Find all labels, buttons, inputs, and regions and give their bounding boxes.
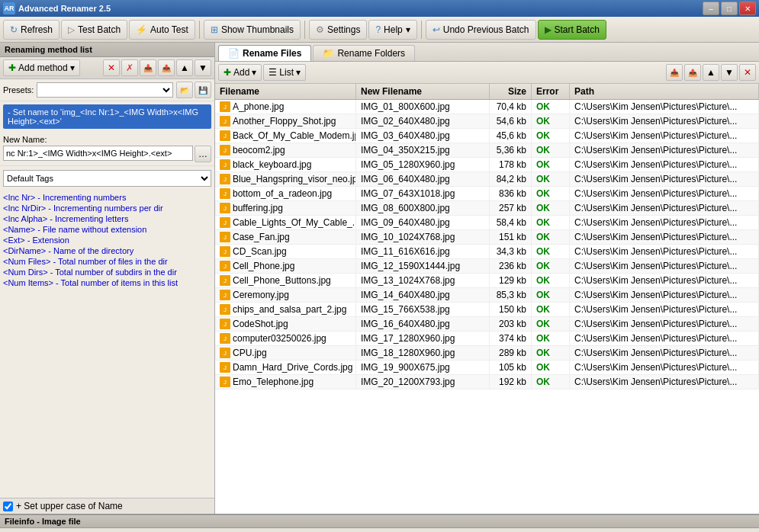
modifier-checkbox[interactable] [3, 502, 13, 511]
col-error: OK [532, 346, 570, 360]
add-files-icon: ✚ [224, 67, 231, 78]
col-filename: J CodeShot.jpg [215, 317, 356, 331]
col-path: C:\Users\Kim Jensen\Pictures\Picture\... [570, 303, 759, 316]
tag-item[interactable]: <Inc Alpha> - Incrementing letters [3, 213, 211, 224]
refresh-button[interactable]: ↻ Refresh [3, 20, 59, 40]
table-row[interactable]: J Another_Floppy_Shot.jpg IMG_02_640X480… [215, 114, 759, 129]
col-newname: IMG_15_766X538.jpg [356, 303, 490, 316]
test-batch-button[interactable]: ▷ Test Batch [61, 20, 127, 40]
col-error: OK [532, 201, 570, 215]
move-down-button[interactable]: ▼ [195, 59, 211, 76]
list-label: List [279, 67, 294, 78]
tag-item[interactable]: <Name> - File name without extension [3, 224, 211, 235]
tag-item[interactable]: <Num Files> - Total number of files in t… [3, 256, 211, 267]
col-path: C:\Users\Kim Jensen\Pictures\Picture\... [570, 158, 759, 171]
tags-select[interactable]: Default Tags [3, 170, 211, 187]
rename-folders-icon: 📁 [323, 48, 334, 59]
table-row[interactable]: J Cable_Lights_Of_My_Cable_... IMG_09_64… [215, 216, 759, 230]
maximize-button[interactable]: □ [721, 2, 738, 15]
tag-item[interactable]: <Ext> - Extension [3, 235, 211, 245]
col-path: C:\Users\Kim Jensen\Pictures\Picture\... [570, 100, 759, 114]
tag-item[interactable]: <Inc NrDir> - Incrementing numbers per d… [3, 203, 211, 213]
table-row[interactable]: J Emo_Telephone.jpg IMG_20_1200X793.jpg … [215, 375, 759, 389]
col-filename: J Back_Of_My_Cable_Modem.jpg [215, 129, 356, 143]
col-path: C:\Users\Kim Jensen\Pictures\Picture\... [570, 317, 759, 331]
settings-button[interactable]: ⚙ Settings [309, 20, 367, 40]
add-method-button[interactable]: ✚ Add method ▾ [3, 59, 80, 76]
col-size: 192 kb [490, 375, 532, 389]
move-files-down-button[interactable]: ▼ [721, 64, 738, 81]
add-files-button[interactable]: ✚ Add ▾ [218, 64, 262, 81]
move-up-button[interactable]: ▲ [176, 59, 193, 76]
right-panel: 📄 Rename Files 📁 Rename Folders ✚ Add ▾ … [215, 43, 759, 514]
tag-item[interactable]: <Inc Nr> - Incrementing numbers [3, 192, 211, 203]
start-batch-icon: ▶ [545, 24, 552, 35]
new-name-browse-button[interactable]: … [195, 146, 211, 162]
list-button[interactable]: ☰ List ▾ [263, 64, 306, 81]
auto-test-button[interactable]: ⚡ Auto Test [129, 20, 195, 40]
table-row[interactable]: J Cell_Phone.jpg IMG_12_1590X1444.jpg 23… [215, 259, 759, 274]
tag-item[interactable]: <Num Items> - Total number of items in t… [3, 277, 211, 288]
table-row[interactable]: J Cell_Phone_Buttons.jpg IMG_13_1024X768… [215, 274, 759, 288]
file-list-container: Filename New Filename Size Error Path J … [215, 84, 759, 514]
import-button[interactable]: 📥 [140, 59, 156, 76]
col-path: C:\Users\Kim Jensen\Pictures\Picture\... [570, 361, 759, 374]
table-row[interactable]: J Back_Of_My_Cable_Modem.jpg IMG_03_640X… [215, 129, 759, 143]
table-row[interactable]: J buffering.jpg IMG_08_600X800.jpg 257 k… [215, 201, 759, 216]
help-dropdown-icon: ▾ [406, 24, 410, 35]
new-name-input[interactable] [3, 146, 193, 161]
delete-files-button[interactable]: ✕ [739, 64, 756, 81]
separator-1 [199, 21, 200, 39]
move-files-up-button[interactable]: ▲ [703, 64, 719, 81]
separator-3 [421, 21, 422, 39]
close-button[interactable]: ✕ [739, 2, 756, 15]
col-size: 84,2 kb [490, 172, 532, 186]
help-button[interactable]: ? Help ▾ [368, 20, 416, 40]
table-row[interactable]: J computer03250026.jpg IMG_17_1280X960.j… [215, 332, 759, 346]
col-path: C:\Users\Kim Jensen\Pictures\Picture\... [570, 129, 759, 143]
tab-rename-folders[interactable]: 📁 Rename Folders [313, 45, 415, 61]
table-row[interactable]: J Ceremony.jpg IMG_14_640X480.jpg 85,3 k… [215, 288, 759, 303]
table-row[interactable]: J bottom_of_a_radeon.jpg IMG_07_643X1018… [215, 187, 759, 201]
main-content: Renaming method list ✚ Add method ▾ ✕ ✗ … [0, 43, 759, 514]
tag-item[interactable]: <DirName> - Name of the directory [3, 245, 211, 256]
thumbnails-icon: ⊞ [211, 24, 218, 35]
col-filename: J Cell_Phone_Buttons.jpg [215, 274, 356, 287]
table-row[interactable]: J Damn_Hard_Drive_Cords.jpg IMG_19_900X6… [215, 361, 759, 375]
col-error: OK [532, 288, 570, 302]
col-header-newname: New Filename [356, 84, 490, 99]
table-row[interactable]: J CD_Scan.jpg IMG_11_616X616.jpg 34,3 kb… [215, 245, 759, 259]
delete-method-button[interactable]: ✕ [103, 59, 120, 76]
file-icon: J [220, 275, 230, 286]
delete-all-button[interactable]: ✗ [121, 59, 138, 76]
table-row[interactable]: J black_keyboard.jpg IMG_05_1280X960.jpg… [215, 158, 759, 172]
tab-rename-files[interactable]: 📄 Rename Files [218, 45, 311, 61]
tag-item[interactable]: <Num Dirs> - Total number of subdirs in … [3, 267, 211, 277]
load-preset-button[interactable]: 📂 [176, 82, 193, 98]
table-row[interactable]: J Case_Fan.jpg IMG_10_1024X768.jpg 151 k… [215, 230, 759, 245]
show-thumbnails-button[interactable]: ⊞ Show Thumbnails [204, 20, 301, 40]
export-files-button[interactable]: 📤 [684, 64, 701, 81]
file-icon: J [220, 261, 230, 271]
col-path: C:\Users\Kim Jensen\Pictures\Picture\... [570, 114, 759, 128]
fileinfo-content: JPG Filename: A_phone.jpg Date Created: … [0, 528, 759, 532]
col-header-size: Size [490, 84, 532, 99]
presets-select[interactable] [37, 82, 173, 98]
export-button[interactable]: 📤 [158, 59, 175, 76]
table-row[interactable]: J A_phone.jpg IMG_01_800X600.jpg 70,4 kb… [215, 100, 759, 114]
undo-button[interactable]: ↩ Undo Previous Batch [426, 20, 536, 40]
table-row[interactable]: J CodeShot.jpg IMG_16_640X480.jpg 203 kb… [215, 317, 759, 332]
table-row[interactable]: J Blue_Hangspring_visor_neo.jpg IMG_06_6… [215, 172, 759, 187]
table-row[interactable]: J CPU.jpg IMG_18_1280X960.jpg 289 kb OK … [215, 346, 759, 361]
col-filename: J Case_Fan.jpg [215, 230, 356, 244]
save-preset-button[interactable]: 💾 [195, 82, 211, 98]
new-name-label: New Name: [3, 135, 211, 144]
table-row[interactable]: J beocom2.jpg IMG_04_350X215.jpg 5,36 kb… [215, 143, 759, 158]
import-files-button[interactable]: 📥 [666, 64, 683, 81]
file-icon: J [220, 217, 230, 228]
minimize-button[interactable]: – [703, 2, 719, 15]
start-batch-button[interactable]: ▶ Start Batch [538, 20, 606, 40]
table-row[interactable]: J chips_and_salsa_part_2.jpg IMG_15_766X… [215, 303, 759, 317]
file-icon: J [220, 290, 230, 300]
method-item[interactable]: - Set name to 'img_<Inc Nr:1>_<IMG Width… [3, 104, 211, 129]
